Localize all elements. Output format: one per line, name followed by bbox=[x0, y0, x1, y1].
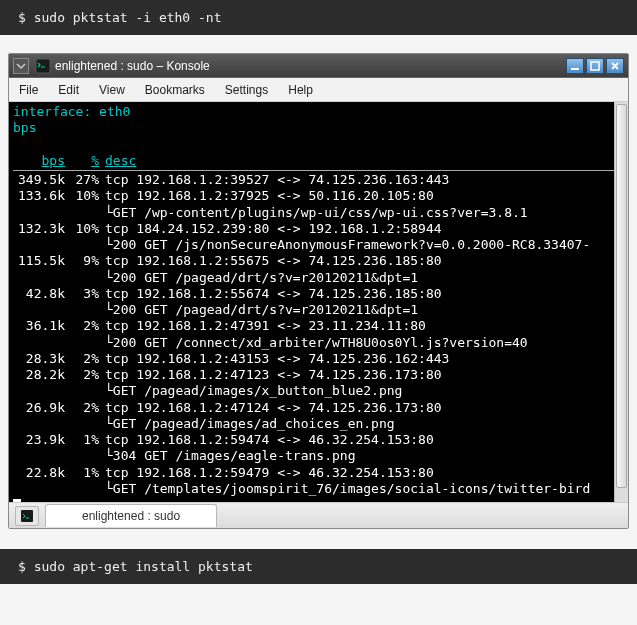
cell-pct: 10% bbox=[65, 188, 105, 204]
traffic-row: 26.9k2%tcp 192.168.1.2:47124 <-> 74.125.… bbox=[13, 400, 624, 416]
svg-rect-2 bbox=[591, 62, 599, 70]
cell-bps: 22.8k bbox=[13, 465, 65, 481]
bps-line: bps bbox=[13, 120, 624, 136]
konsole-window: enlightened : sudo – Konsole File Edit V… bbox=[8, 53, 629, 529]
cell-pct: 2% bbox=[65, 351, 105, 367]
terminal-pane[interactable]: interface: eth0 bps bps % desc 349.5k27%… bbox=[9, 102, 628, 502]
header-row: bps % desc bbox=[13, 153, 624, 169]
cell-bps: 23.9k bbox=[13, 432, 65, 448]
cell-desc: tcp 192.168.1.2:55675 <-> 74.125.236.185… bbox=[105, 253, 624, 269]
menu-file[interactable]: File bbox=[9, 79, 48, 101]
interface-line: interface: eth0 bbox=[13, 104, 624, 120]
svg-rect-1 bbox=[571, 68, 579, 70]
traffic-row-sub: 304 GET /images/eagle-trans.png bbox=[13, 448, 624, 464]
cell-pct: 9% bbox=[65, 253, 105, 269]
cell-pct: 2% bbox=[65, 400, 105, 416]
prompt: $ bbox=[18, 10, 34, 25]
rows-container: 349.5k27%tcp 192.168.1.2:39527 <-> 74.12… bbox=[13, 172, 624, 497]
close-icon bbox=[610, 61, 620, 71]
svg-rect-3 bbox=[21, 510, 33, 522]
menu-help[interactable]: Help bbox=[278, 79, 323, 101]
cell-pct: 2% bbox=[65, 367, 105, 383]
tab-active[interactable]: enlightened : sudo bbox=[45, 504, 217, 527]
traffic-row-sub: GET /wp-content/plugins/wp-ui/css/wp-ui.… bbox=[13, 205, 624, 221]
cell-pct: 1% bbox=[65, 432, 105, 448]
traffic-row: 349.5k27%tcp 192.168.1.2:39527 <-> 74.12… bbox=[13, 172, 624, 188]
traffic-row: 22.8k1%tcp 192.168.1.2:59479 <-> 46.32.2… bbox=[13, 465, 624, 481]
cell-bps: 26.9k bbox=[13, 400, 65, 416]
cell-bps: 349.5k bbox=[13, 172, 65, 188]
traffic-row: 28.3k2%tcp 192.168.1.2:43153 <-> 74.125.… bbox=[13, 351, 624, 367]
traffic-row-sub: 200 GET /connect/xd_arbiter/wTH8U0os0Yl.… bbox=[13, 335, 624, 351]
col-header-bps: bps bbox=[13, 153, 65, 169]
blank-line bbox=[13, 137, 624, 153]
cell-desc: tcp 184.24.152.239:80 <-> 192.168.1.2:58… bbox=[105, 221, 624, 237]
traffic-row: 23.9k1%tcp 192.168.1.2:59474 <-> 46.32.2… bbox=[13, 432, 624, 448]
close-button[interactable] bbox=[606, 58, 624, 74]
konsole-app-icon bbox=[35, 58, 51, 74]
cell-bps: 28.2k bbox=[13, 367, 65, 383]
cell-pct: 3% bbox=[65, 286, 105, 302]
traffic-row: 133.6k10%tcp 192.168.1.2:37925 <-> 50.11… bbox=[13, 188, 624, 204]
outer-terminal-2: $ sudo apt-get install pktstat bbox=[0, 549, 637, 584]
minimize-icon bbox=[570, 61, 580, 71]
traffic-row: 36.1k2%tcp 192.168.1.2:47391 <-> 23.11.2… bbox=[13, 318, 624, 334]
system-menu-button[interactable] bbox=[13, 58, 29, 74]
cell-bps: 42.8k bbox=[13, 286, 65, 302]
minimize-button[interactable] bbox=[566, 58, 584, 74]
traffic-row-sub: 200 GET /pagead/drt/s?v=r20120211&dpt=1 bbox=[13, 302, 624, 318]
cell-bps: 133.6k bbox=[13, 188, 65, 204]
prompt: $ bbox=[18, 559, 34, 574]
cell-desc: tcp 192.168.1.2:47391 <-> 23.11.234.11:8… bbox=[105, 318, 624, 334]
traffic-row-sub: GET /pagead/images/x_button_blue2.png bbox=[13, 383, 624, 399]
traffic-row-sub: 200 GET /js/nonSecureAnonymousFramework?… bbox=[13, 237, 624, 253]
scrollbar-thumb[interactable] bbox=[616, 104, 627, 488]
tab-bar: enlightened : sudo bbox=[9, 502, 628, 528]
svg-rect-0 bbox=[36, 59, 50, 73]
col-header-pct: % bbox=[65, 153, 105, 169]
terminal-icon bbox=[21, 510, 33, 522]
cell-desc: tcp 192.168.1.2:47123 <-> 74.125.236.173… bbox=[105, 367, 624, 383]
cell-desc: tcp 192.168.1.2:59474 <-> 46.32.254.153:… bbox=[105, 432, 624, 448]
traffic-row: 132.3k10%tcp 184.24.152.239:80 <-> 192.1… bbox=[13, 221, 624, 237]
command-text: sudo apt-get install pktstat bbox=[34, 559, 253, 574]
traffic-row-sub: 200 GET /pagead/drt/s?v=r20120211&dpt=1 bbox=[13, 270, 624, 286]
traffic-row-sub: GET /templates/joomspirit_76/images/soci… bbox=[13, 481, 624, 497]
cell-desc: tcp 192.168.1.2:55674 <-> 74.125.236.185… bbox=[105, 286, 624, 302]
new-tab-button[interactable] bbox=[15, 506, 39, 526]
maximize-button[interactable] bbox=[586, 58, 604, 74]
cell-bps: 115.5k bbox=[13, 253, 65, 269]
cell-bps: 28.3k bbox=[13, 351, 65, 367]
window-title: enlightened : sudo – Konsole bbox=[55, 59, 564, 73]
menu-bookmarks[interactable]: Bookmarks bbox=[135, 79, 215, 101]
maximize-icon bbox=[590, 61, 600, 71]
cell-pct: 1% bbox=[65, 465, 105, 481]
cell-pct: 2% bbox=[65, 318, 105, 334]
outer-terminal-1: $ sudo pktstat -i eth0 -nt bbox=[0, 0, 637, 35]
cell-desc: tcp 192.168.1.2:37925 <-> 50.116.20.105:… bbox=[105, 188, 624, 204]
scrollbar[interactable] bbox=[614, 102, 628, 502]
header-rule bbox=[13, 170, 624, 171]
menu-bar: File Edit View Bookmarks Settings Help bbox=[9, 78, 628, 102]
menu-edit[interactable]: Edit bbox=[48, 79, 89, 101]
chevron-down-icon bbox=[16, 61, 26, 71]
cell-desc: tcp 192.168.1.2:59479 <-> 46.32.254.153:… bbox=[105, 465, 624, 481]
terminal-cursor bbox=[13, 499, 21, 502]
cell-bps: 132.3k bbox=[13, 221, 65, 237]
cell-bps: 36.1k bbox=[13, 318, 65, 334]
traffic-row: 42.8k3%tcp 192.168.1.2:55674 <-> 74.125.… bbox=[13, 286, 624, 302]
traffic-row-sub: GET /pagead/images/ad_choices_en.png bbox=[13, 416, 624, 432]
traffic-row: 115.5k9%tcp 192.168.1.2:55675 <-> 74.125… bbox=[13, 253, 624, 269]
col-header-desc: desc bbox=[105, 153, 136, 169]
cell-pct: 27% bbox=[65, 172, 105, 188]
cell-desc: tcp 192.168.1.2:39527 <-> 74.125.236.163… bbox=[105, 172, 624, 188]
cell-pct: 10% bbox=[65, 221, 105, 237]
menu-view[interactable]: View bbox=[89, 79, 135, 101]
command-text: sudo pktstat -i eth0 -nt bbox=[34, 10, 222, 25]
cell-desc: tcp 192.168.1.2:47124 <-> 74.125.236.173… bbox=[105, 400, 624, 416]
traffic-row: 28.2k2%tcp 192.168.1.2:47123 <-> 74.125.… bbox=[13, 367, 624, 383]
menu-settings[interactable]: Settings bbox=[215, 79, 278, 101]
cell-desc: tcp 192.168.1.2:43153 <-> 74.125.236.162… bbox=[105, 351, 624, 367]
title-bar[interactable]: enlightened : sudo – Konsole bbox=[9, 54, 628, 78]
